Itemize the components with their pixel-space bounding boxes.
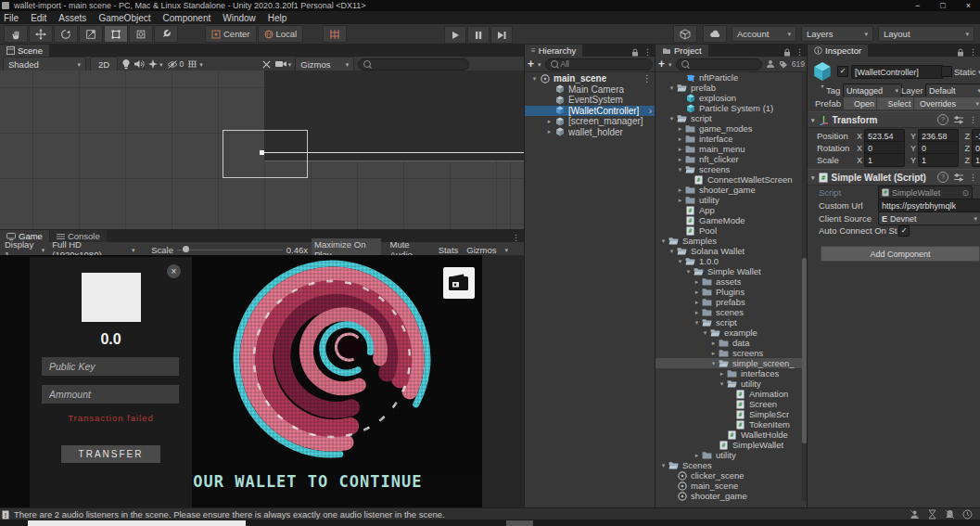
pause-button[interactable] — [467, 26, 490, 44]
foldout-arrow-icon[interactable]: ▸ — [676, 146, 684, 153]
project-row[interactable]: shooter_game — [655, 491, 808, 501]
kebab-icon[interactable]: ⋮ — [643, 47, 652, 57]
account-dropdown[interactable]: Account▾ — [732, 26, 796, 42]
scene-grid-dropdown[interactable]: ▾ — [187, 60, 203, 69]
foldout-arrow-icon[interactable]: ▾ — [659, 462, 668, 469]
wallet-close-button[interactable]: × — [167, 264, 181, 278]
simple-wallet-header[interactable]: ▾ # Simple Wallet (Script) ? ⋮ — [808, 169, 980, 186]
foldout-arrow-icon[interactable]: ▸ — [676, 156, 684, 163]
lock-icon[interactable] — [957, 48, 964, 57]
project-row[interactable]: ▸shooter_game — [655, 185, 808, 195]
project-row[interactable]: #App — [655, 205, 808, 215]
menu-file[interactable]: File — [4, 13, 19, 23]
maximize-button[interactable]: □ — [940, 1, 945, 10]
hierarchy-row[interactable]: Main Camera — [525, 84, 655, 96]
project-row[interactable]: ▸scenes — [655, 307, 808, 317]
tab-project[interactable]: Project — [655, 45, 708, 57]
menu-help[interactable]: Help — [268, 13, 287, 23]
project-row[interactable]: #Animation — [655, 389, 808, 399]
project-row[interactable]: ▾Solana Wallet — [655, 246, 808, 256]
foldout-arrow-icon[interactable]: ▸ — [693, 278, 701, 286]
menu-edit[interactable]: Edit — [31, 13, 46, 23]
game-gizmos-dropdown[interactable]: Gizmos — [466, 245, 496, 255]
project-row[interactable]: Particle System (1) — [655, 103, 808, 113]
rotate-tool-button[interactable] — [54, 25, 78, 43]
project-row[interactable]: ▾Simple Wallet — [655, 266, 808, 276]
help-icon[interactable]: ? — [937, 172, 948, 183]
project-row[interactable]: ▸interfaces — [655, 368, 808, 378]
step-button[interactable] — [490, 26, 513, 44]
recttransform-selection[interactable] — [223, 130, 308, 178]
status-message[interactable]: There are 2 audio listeners in the scene… — [14, 509, 445, 520]
project-row[interactable]: ▾Scenes — [655, 460, 808, 470]
project-row[interactable]: #ConnectWalletScreen — [655, 174, 808, 185]
lighting-toggle-icon[interactable] — [121, 59, 131, 70]
minimize-button[interactable]: − — [915, 1, 920, 10]
lock-icon[interactable] — [783, 48, 791, 57]
project-row[interactable]: ▾screens — [655, 164, 808, 174]
project-row[interactable]: #Screen — [655, 399, 808, 409]
foldout-arrow-icon[interactable]: ▸ — [693, 299, 701, 306]
foldout-icon[interactable]: ▾ — [811, 174, 815, 181]
foldout-arrow-icon[interactable]: ▾ — [709, 360, 718, 367]
foldout-arrow-icon[interactable]: ▾ — [530, 75, 539, 83]
menu-assets[interactable]: Assets — [58, 13, 86, 23]
project-row[interactable]: ▾1.0.0 — [655, 256, 808, 266]
hierarchy-row[interactable]: [WalletController]› — [525, 106, 655, 117]
foldout-arrow-icon[interactable]: ▾ — [668, 84, 676, 92]
create-button[interactable]: + — [658, 58, 665, 71]
foldout-arrow-icon[interactable]: ▸ — [709, 350, 718, 357]
project-row[interactable]: nftParticle — [655, 72, 808, 83]
collab-icon[interactable] — [910, 509, 920, 520]
layout-dropdown[interactable]: Layout▾ — [878, 26, 974, 42]
bell-icon[interactable] — [945, 509, 955, 520]
project-row[interactable]: ▸screens — [655, 348, 808, 358]
scale-y-field[interactable]: 1 — [918, 153, 959, 167]
public-key-input[interactable] — [42, 357, 179, 376]
pivot-center-button[interactable]: Center — [205, 25, 257, 43]
foldout-arrow-icon[interactable]: ▾ — [693, 319, 701, 327]
hierarchy-row[interactable]: ▸wallet_holder — [525, 127, 655, 138]
hierarchy-row[interactable]: ▾main_scene⋮ — [525, 73, 655, 84]
foldout-arrow-icon[interactable]: ▸ — [545, 118, 554, 125]
scale-x-field[interactable]: 1 — [864, 153, 905, 167]
search-by-label-icon[interactable] — [779, 60, 788, 69]
foldout-arrow-icon[interactable]: ▾ — [684, 268, 693, 276]
project-row[interactable]: ▾script — [655, 317, 808, 327]
project-row[interactable]: ▾Samples — [655, 236, 808, 246]
project-row[interactable]: ▸main_menu — [655, 144, 808, 154]
project-row[interactable]: ▾utility — [655, 378, 808, 389]
transform-tool-button[interactable] — [129, 25, 153, 43]
scale-z-field[interactable]: 1 — [972, 153, 980, 167]
project-row[interactable]: #Pool — [655, 225, 808, 236]
scene-camera-dropdown[interactable]: ▾ — [275, 60, 292, 68]
foldout-icon[interactable]: ▾ — [811, 117, 815, 123]
scene-viewport[interactable] — [0, 71, 524, 229]
project-search-input[interactable] — [676, 58, 762, 71]
client-source-dropdown[interactable]: E Devnet ▾ — [878, 212, 980, 225]
active-checkbox[interactable]: ✓ — [837, 66, 848, 77]
project-row[interactable]: ▸utility — [655, 195, 808, 205]
close-button[interactable]: × — [966, 1, 971, 10]
kebab-icon[interactable]: ⋮ — [969, 173, 977, 182]
hierarchy-search-input[interactable]: All — [545, 58, 653, 71]
scene-search-input[interactable] — [358, 58, 469, 71]
foldout-arrow-icon[interactable]: ▾ — [659, 237, 668, 245]
project-row[interactable]: ▸interface — [655, 134, 808, 144]
help-icon[interactable]: ? — [937, 114, 948, 125]
hidden-packages-count[interactable]: 619 — [792, 59, 805, 69]
play-button[interactable] — [444, 26, 466, 44]
project-row[interactable]: ▸prefabs — [655, 297, 808, 307]
project-row[interactable]: ▸data — [655, 338, 808, 348]
prefab-overrides-dropdown[interactable]: Overrides▾ — [913, 96, 980, 110]
foldout-arrow-icon[interactable]: ▸ — [693, 309, 701, 316]
shading-mode-dropdown[interactable]: Shaded▾ — [3, 57, 86, 72]
project-row[interactable]: #TokenItem — [655, 419, 808, 430]
activity-icon[interactable] — [962, 509, 973, 520]
project-row[interactable]: #SimpleWallet — [655, 440, 808, 450]
foldout-arrow-icon[interactable]: ▾ — [668, 248, 676, 255]
project-row[interactable]: ▸game_modes — [655, 123, 808, 134]
layer-dropdown[interactable]: Default▾ — [925, 83, 980, 97]
presets-icon[interactable] — [954, 116, 963, 124]
caret-down-icon[interactable]: ▾ — [668, 61, 672, 68]
